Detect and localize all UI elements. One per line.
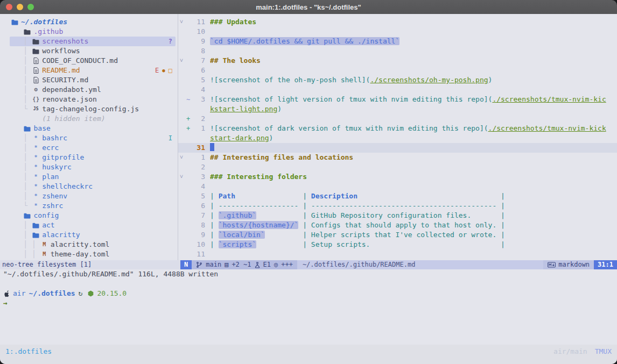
tree-item--1-hidden-item-[interactable]: (1 hidden item)	[10, 114, 176, 124]
editor-line[interactable]: 6	[178, 66, 617, 75]
sign-column	[185, 75, 192, 85]
editor-line[interactable]: 10| `scripts` | Setup scripts. |	[178, 240, 617, 249]
editor-line[interactable]: 8	[178, 46, 617, 56]
editor-pane[interactable]: ˅11### Updates109`cd $HOME/.dotfiles && …	[178, 14, 617, 260]
prompt-line: air ~/.dotfiles ↻ 20.15.0	[3, 289, 617, 298]
editor-line[interactable]: kstart-light.png)	[178, 104, 617, 114]
editor-line[interactable]: 7| `.github` | GitHub Repository configu…	[178, 211, 617, 220]
editor-line[interactable]: ˅1## Interesting files and locations	[178, 153, 617, 162]
editor-line[interactable]: ˅7## The looks	[178, 56, 617, 66]
tree-indent-guide: │	[11, 172, 32, 182]
line-text	[210, 143, 617, 153]
text-segment: `.github`	[219, 211, 256, 219]
star-file-icon: *	[32, 133, 40, 143]
text-segment: ![screenshot of light version of tmux wi…	[210, 95, 492, 103]
tree-item-base[interactable]: base	[10, 124, 176, 133]
tree-item-workflows[interactable]: │ workflows	[10, 46, 176, 56]
markdown-link[interactable]: ./screenshots/tmux-nvim-kick	[488, 124, 606, 132]
tree-item-tag-changelog-config-js[interactable]: └ JStag-changelog-config.js	[10, 104, 176, 114]
editor-line[interactable]: 9| `local/bin` | Helper scripts that I'v…	[178, 230, 617, 240]
text-segment: GitHub Repository configuration files. |	[311, 211, 505, 219]
markdown-link[interactable]: kstart-light.png	[210, 105, 277, 113]
tree-item--github[interactable]: .github	[10, 27, 176, 37]
statusline-git-section: main ▤+2 ~1 E1 ◎+++	[192, 260, 297, 269]
doc-file-icon	[32, 58, 40, 64]
editor-line[interactable]: ~3![screenshot of light version of tmux …	[178, 95, 617, 104]
tree-item-bashrc[interactable]: │ *bashrcI	[10, 133, 176, 143]
editor-line[interactable]: 5![screenshot of the oh-my-posh shell](.…	[178, 75, 617, 85]
editor-line[interactable]: 4	[178, 85, 617, 95]
tree-item-label: plan	[42, 172, 59, 182]
editor-line[interactable]: 11	[178, 249, 617, 259]
tree-item-plan[interactable]: │ *plan	[10, 172, 176, 182]
star-file-icon: *	[32, 162, 40, 172]
tree-item-renovate-json[interactable]: │ {}renovate.json	[10, 95, 176, 104]
tree-item-shellcheckrc[interactable]: │ *shellcheckrc	[10, 182, 176, 191]
tree-item-label: alacritty.toml	[51, 240, 110, 249]
tmux-window-tab[interactable]: 1:.dotfiles	[5, 347, 52, 356]
tree-item-zshrc[interactable]: └ *zshrc	[10, 201, 176, 211]
tree-item--dotfiles[interactable]: ~/.dotfiles	[10, 17, 176, 27]
editor-line[interactable]: 2	[178, 162, 617, 172]
node-version: 20.15.0	[97, 289, 127, 298]
command-line-message: "~/.dotfiles/.github/README.md" 116L, 44…	[0, 269, 617, 279]
tree-item-alacritty-toml[interactable]: │ │ Malacritty.toml	[10, 240, 176, 249]
fold-chevron-icon[interactable]: ˅	[178, 172, 185, 182]
editor-line[interactable]: 31	[178, 143, 617, 153]
fold-column	[178, 75, 185, 85]
markdown-link[interactable]: ./screenshots/tmux-nvim-kic	[492, 95, 606, 103]
markdown-link[interactable]: ./screenshots/oh-my-posh.png	[370, 76, 488, 84]
editor-line[interactable]: +2	[178, 114, 617, 124]
fold-column	[178, 37, 185, 46]
tree-item-act[interactable]: │ act	[10, 220, 176, 230]
line-text: | `hosts/{hostname}/` | Configs that sho…	[210, 220, 617, 230]
tree-item-label: screenshots	[42, 37, 88, 46]
tree-item-label: ~/.dotfiles	[21, 17, 67, 27]
neo-tree-sidebar[interactable]: ~/.dotfiles .github │ screenshots? │ wor…	[0, 14, 178, 260]
tree-item-dependabot-yml[interactable]: │ ⚙dependabot.yml	[10, 85, 176, 95]
fold-chevron-icon[interactable]: ˅	[178, 153, 185, 162]
editor-line[interactable]: 9`cd $HOME/.dotfiles && git pull && ./in…	[178, 37, 617, 46]
fold-chevron-icon[interactable]: ˅	[178, 56, 185, 66]
editor-line[interactable]: +1![screenshot of dark version of tmux w…	[178, 124, 617, 133]
line-number: 11	[192, 17, 205, 27]
tree-item-label: ecrc	[42, 143, 59, 153]
tree-item-security-md[interactable]: │ SECURITY.md	[10, 75, 176, 85]
editor-line[interactable]: 4	[178, 182, 617, 191]
tree-indent-guide: │	[11, 66, 32, 75]
tree-item-theme-day-toml[interactable]: │ │ Mtheme-day.toml	[10, 249, 176, 259]
editor-line[interactable]: 10	[178, 27, 617, 37]
record-icon: ◎	[274, 260, 278, 269]
shell-prompt: air ~/.dotfiles ↻ 20.15.0 →	[0, 289, 617, 308]
editor-line[interactable]: 5| Path | Description |	[178, 191, 617, 201]
fold-column	[178, 162, 185, 172]
tree-indent-guide: │	[11, 46, 32, 56]
tree-item-config[interactable]: config	[10, 211, 176, 220]
editor-line[interactable]: ˅11### Updates	[178, 17, 617, 27]
tree-item-label: CODE_OF_CONDUCT.md	[42, 56, 118, 66]
doc-file-icon	[32, 77, 40, 83]
tree-item-gitprofile[interactable]: │ *gitprofile	[10, 153, 176, 162]
branch-name: main	[206, 260, 221, 269]
editor-line[interactable]: 8| `hosts/{hostname}/` | Configs that sh…	[178, 220, 617, 230]
text-segment: ## Interesting files and locations	[210, 153, 353, 161]
line-number: 6	[192, 66, 205, 75]
gear-file-icon: ⚙	[32, 85, 40, 95]
tree-item-code-of-conduct-md[interactable]: │ CODE_OF_CONDUCT.md	[10, 56, 176, 66]
editor-line[interactable]: start-dark.png)	[178, 133, 617, 143]
sign-column	[185, 162, 192, 172]
tree-item-huskyrc[interactable]: │ *huskyrc	[10, 162, 176, 172]
editor-line[interactable]: 6| ------------------- | ---------------…	[178, 201, 617, 211]
fold-chevron-icon[interactable]: ˅	[178, 17, 185, 27]
prompt-host: air	[13, 289, 25, 298]
tree-item-screenshots[interactable]: │ screenshots?	[10, 37, 176, 46]
cursor-position: 31:1	[594, 260, 617, 269]
prompt-arrow-line[interactable]: →	[3, 298, 617, 308]
tree-item-alacritty[interactable]: │ alacritty	[10, 230, 176, 240]
tree-item-readme-md[interactable]: │ README.mdE●□	[10, 66, 176, 75]
tree-indent-guide: │ │	[11, 249, 40, 259]
tree-item-zshenv[interactable]: │ *zshenv	[10, 191, 176, 201]
markdown-link[interactable]: start-dark.png	[210, 134, 269, 142]
tree-item-ecrc[interactable]: │ *ecrc	[10, 143, 176, 153]
editor-line[interactable]: ˅3### Interesting folders	[178, 172, 617, 182]
